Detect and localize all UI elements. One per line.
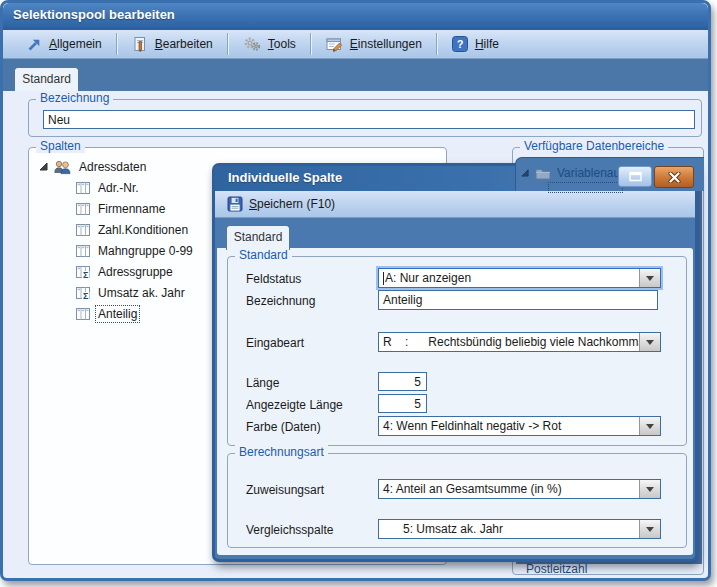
columns-sum-icon: Σ	[75, 264, 91, 280]
tree-item-label: Anteilig	[96, 306, 139, 322]
screen: Selektionspool bearbeiten Allgemein Bear…	[0, 0, 717, 587]
menu-label: Bearbeiten	[155, 37, 213, 51]
dialog-title: Individuelle Spalte	[228, 170, 342, 185]
angezeigte-laenge-label: Angezeigte Länge	[246, 398, 343, 412]
eingabeart-combobox[interactable]: R : Rechtsbündig beliebig viele Nachkomm…	[378, 332, 661, 352]
vergleichsspalte-label: Vergleichsspalte	[246, 523, 333, 537]
settings-form-icon	[326, 36, 343, 52]
restore-window-icon	[629, 171, 642, 182]
bezeichnung-label: Bezeichnung	[246, 294, 315, 308]
zuweisungsart-combobox[interactable]: 4: Anteil an Gesamtsumme (in %)	[378, 479, 661, 499]
dropdown-button[interactable]	[639, 520, 660, 538]
bezeichnung-input[interactable]: Neu	[43, 110, 695, 129]
menu-label: Hilfe	[475, 37, 499, 51]
vergleichsspalte-combobox[interactable]: 5: Umsatz ak. Jahr	[378, 519, 661, 539]
main-toolbar: Allgemein Bearbeiten Tools Einstellungen	[3, 30, 708, 59]
vergleichsspalte-value: 5: Umsatz ak. Jahr	[379, 520, 639, 538]
dropdown-button[interactable]	[639, 333, 660, 351]
angezeigte-laenge-field[interactable]: 5	[378, 394, 427, 413]
save-button-label: Speichern (F10)	[249, 197, 335, 211]
laenge-label: Länge	[246, 376, 279, 390]
menu-einstellungen[interactable]: Einstellungen	[312, 32, 436, 56]
tree-item-postleitzahl[interactable]: Postleitzahl	[526, 562, 587, 576]
tree-item-label: Adressdaten	[77, 159, 148, 175]
zuweisungsart-value: 4: Anteil an Gesamtsumme (in %)	[379, 480, 639, 498]
eingabeart-value: R : Rechtsbündig beliebig viele Nachkomm…	[379, 333, 639, 351]
gears-icon	[243, 36, 261, 52]
columns-icon	[75, 180, 91, 196]
tab-standard-main[interactable]: Standard	[14, 67, 79, 92]
dialog-toolbar: Speichern (F10)	[215, 191, 695, 218]
group-legend: Standard	[235, 248, 292, 262]
expander-expanded-icon[interactable]	[39, 162, 48, 171]
columns-sum-icon: Σ	[75, 285, 91, 301]
dropdown-button[interactable]	[639, 417, 660, 435]
farbe-value: 4: Wenn Feldinhalt negativ -> Rot	[379, 417, 639, 435]
farbe-combobox[interactable]: 4: Wenn Feldinhalt negativ -> Rot	[378, 416, 661, 436]
svg-text:Σ: Σ	[83, 270, 89, 280]
zuweisungsart-label: Zuweisungsart	[246, 483, 324, 497]
tree-item-label: Umsatz ak. Jahr	[96, 285, 187, 301]
columns-icon	[75, 201, 91, 217]
group-bezeichnung: Bezeichnung Neu	[28, 99, 702, 137]
columns-icon	[75, 306, 91, 322]
feldstatus-combobox[interactable]: A: Nur anzeigen	[378, 268, 661, 288]
group-legend: Verfügbare Datenbereiche	[520, 139, 668, 153]
tab-label: Standard	[22, 72, 71, 86]
chevron-down-icon	[646, 424, 654, 429]
bezeichnung-value: Neu	[48, 113, 70, 127]
laenge-value: 5	[414, 375, 421, 389]
laenge-field[interactable]: 5	[378, 372, 427, 391]
main-window-title: Selektionspool bearbeiten	[13, 7, 175, 22]
close-icon	[668, 172, 681, 183]
bezeichnung-field-value: Anteilig	[383, 293, 422, 307]
tree-item-label: Adr.-Nr.	[96, 180, 141, 196]
restore-button[interactable]	[618, 166, 652, 187]
tab-standard-dialog[interactable]: Standard	[226, 225, 290, 250]
feldstatus-label: Feldstatus	[246, 272, 301, 286]
columns-icon	[75, 222, 91, 238]
menu-tools[interactable]: Tools	[229, 32, 310, 56]
group-legend: Spalten	[36, 139, 85, 153]
main-titlebar[interactable]: Selektionspool bearbeiten	[3, 3, 708, 27]
menu-hilfe[interactable]: ? Hilfe	[438, 32, 513, 56]
main-tabband	[3, 59, 708, 91]
menu-bearbeiten[interactable]: Bearbeiten	[118, 32, 227, 56]
dropdown-button[interactable]	[639, 480, 660, 498]
save-button[interactable]: Speichern (F10)	[215, 192, 347, 216]
expander-expanded-icon[interactable]	[521, 169, 529, 177]
close-button[interactable]	[654, 166, 694, 188]
svg-text:?: ?	[457, 38, 464, 50]
columns-icon	[75, 243, 91, 259]
text-cursor	[383, 272, 384, 285]
angezeigte-laenge-value: 5	[414, 397, 421, 411]
dropdown-button[interactable]	[639, 269, 660, 287]
group-legend: Berechnungsart	[235, 445, 328, 459]
menu-label: Tools	[268, 37, 296, 51]
tab-label: Standard	[234, 230, 283, 244]
arrow-northeast-icon	[27, 37, 42, 52]
menu-allgemein[interactable]: Allgemein	[13, 32, 116, 56]
save-floppy-icon	[227, 196, 243, 212]
help-icon: ?	[452, 36, 468, 52]
tree-item-label: Mahngruppe 0-99	[96, 243, 195, 259]
dialog-individuelle-spalte: Individuelle Spalte Speichern (F10) Stan…	[212, 163, 698, 562]
farbe-label: Farbe (Daten)	[246, 420, 321, 434]
svg-text:Σ: Σ	[83, 291, 89, 301]
folder-icon	[535, 167, 551, 180]
chevron-down-icon	[646, 340, 654, 345]
bezeichnung-field[interactable]: Anteilig	[378, 290, 658, 310]
tree-item-partial[interactable]	[549, 183, 622, 192]
feldstatus-value: A: Nur anzeigen	[379, 269, 639, 287]
chevron-down-icon	[646, 527, 654, 532]
chevron-down-icon	[646, 276, 654, 281]
tree-item-label: Firmenname	[96, 201, 167, 217]
people-icon	[53, 159, 72, 175]
tree-item-label: Zahl.Konditionen	[96, 222, 190, 238]
tree-item-label: Adressgruppe	[96, 264, 175, 280]
group-legend: Bezeichnung	[36, 91, 113, 105]
eingabeart-label: Eingabeart	[246, 336, 304, 350]
dialog-content-panel: Standard Feldstatus A: Nur anzeigen Beze…	[217, 248, 693, 555]
menu-label: Einstellungen	[350, 37, 422, 51]
edit-page-icon	[132, 36, 148, 52]
